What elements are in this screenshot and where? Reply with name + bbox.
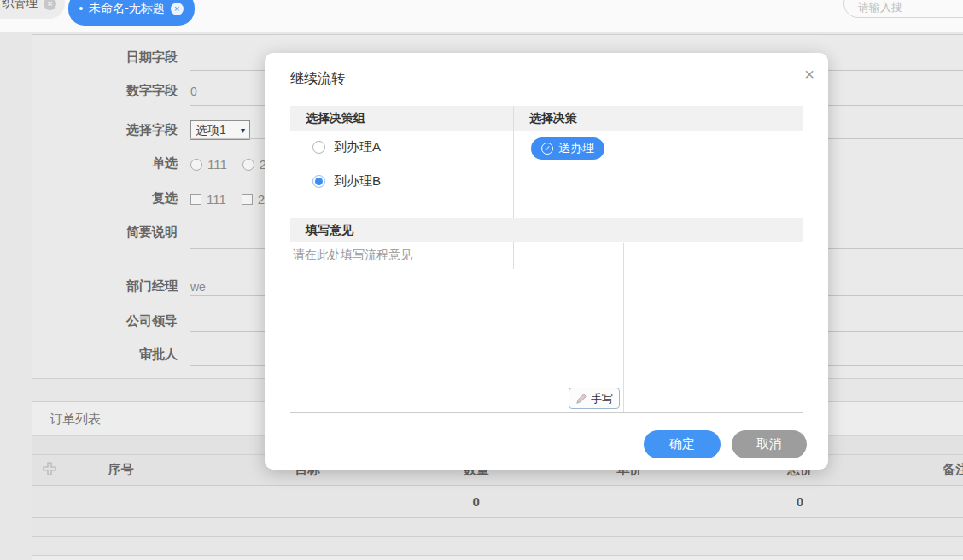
checkbox-icon-111[interactable] (190, 194, 201, 205)
search-placeholder: 请输入搜 (858, 0, 902, 15)
checkbox-option-label[interactable]: 111 (207, 192, 226, 207)
checkbox-field-label: 复选 (50, 190, 178, 206)
opinion-bottom-border (290, 412, 802, 413)
dialog-close-icon[interactable]: × (804, 65, 814, 85)
tab-active-label: 未命名-无标题 (89, 1, 165, 16)
decision-option-b-label: 到办理B (334, 173, 381, 190)
continue-flow-dialog: 继续流转 × 选择决策组 选择决策 到办理A 到办理B ✓ 送办理 填写意见 请… (265, 53, 828, 470)
select-field-value: 选项1 (196, 123, 226, 138)
radio-icon-selected[interactable] (312, 175, 325, 188)
add-row-icon[interactable] (32, 462, 67, 478)
radio-icon-222[interactable] (242, 159, 254, 171)
handwrite-label: 手写 (591, 391, 613, 406)
cancel-button[interactable]: 取消 (732, 430, 807, 458)
leader-field-label: 公司领导 (50, 313, 178, 329)
opinion-header: 填写意见 (290, 218, 802, 242)
decision-option-a[interactable]: 到办理A (312, 139, 381, 155)
radio-icon-unselected[interactable] (312, 141, 325, 154)
top-tab-bar: 织管理 × 未命名-无标题 × 请输入搜 (0, 0, 963, 32)
decision-option-b[interactable]: 到办理B (312, 173, 381, 190)
decision-option-a-label: 到办理A (334, 139, 381, 155)
checkbox-icon-222[interactable] (242, 194, 253, 205)
pen-icon (575, 393, 587, 405)
manager-field-label: 部门经理 (50, 278, 178, 294)
tab-active[interactable]: 未命名-无标题 × (68, 0, 195, 26)
decision-header-label: 选择决策 (529, 111, 577, 126)
manager-field-value[interactable]: we (190, 279, 206, 295)
date-field-label: 日期字段 (50, 50, 178, 65)
tab-active-close-icon[interactable]: × (171, 3, 184, 15)
workflow-page: 织管理 × 未命名-无标题 × 请输入搜 日期字段 数字字段 0 选择字段 选项… (0, 0, 963, 560)
select-field-label: 选择字段 (50, 122, 178, 137)
col-header-seq: 序号 (67, 462, 176, 478)
dialog-title: 继续流转 (290, 70, 345, 88)
summary-field-label: 简要说明 (50, 225, 178, 240)
radio-field-label: 单选 (50, 155, 178, 171)
col-header-remark: 备注 (853, 462, 963, 478)
send-handle-label: 送办理 (558, 141, 594, 156)
send-handle-button[interactable]: ✓ 送办理 (531, 137, 604, 160)
decision-column-divider (513, 106, 514, 269)
approver-field-label: 审批人 (50, 347, 178, 362)
order-table-footer-row (32, 518, 963, 535)
opinion-textarea[interactable]: 请在此处填写流程意见 (293, 248, 412, 263)
decision-group-header: 选择决策组 (290, 106, 513, 131)
search-input[interactable]: 请输入搜 (843, 0, 963, 18)
tab-left[interactable]: 织管理 × (0, 0, 65, 19)
opinion-column-divider (623, 243, 624, 412)
decision-header: 选择决策 (514, 106, 802, 131)
check-circle-icon: ✓ (541, 143, 553, 155)
handwrite-button[interactable]: 手写 (569, 388, 620, 409)
confirm-button[interactable]: 确定 (644, 430, 721, 458)
order-table-row[interactable]: 0 0 (32, 486, 963, 518)
tab-left-close-icon[interactable]: × (44, 0, 56, 10)
number-field-label: 数字字段 (50, 83, 178, 98)
cell-qty-value: 0 (440, 494, 512, 509)
number-field-value[interactable]: 0 (190, 84, 197, 99)
cell-total-value: 0 (747, 494, 854, 509)
tab-left-label: 织管理 (2, 0, 38, 11)
radio-option-label[interactable]: 111 (207, 157, 227, 172)
chevron-down-icon: ▾ (241, 125, 245, 135)
decision-group-header-label: 选择决策组 (306, 111, 365, 126)
next-section-panel (32, 555, 963, 560)
select-field-dropdown[interactable]: 选项1 ▾ (190, 120, 250, 140)
opinion-header-label: 填写意见 (306, 223, 353, 238)
active-tab-dot-icon (79, 7, 83, 10)
radio-icon-111[interactable] (190, 159, 202, 171)
